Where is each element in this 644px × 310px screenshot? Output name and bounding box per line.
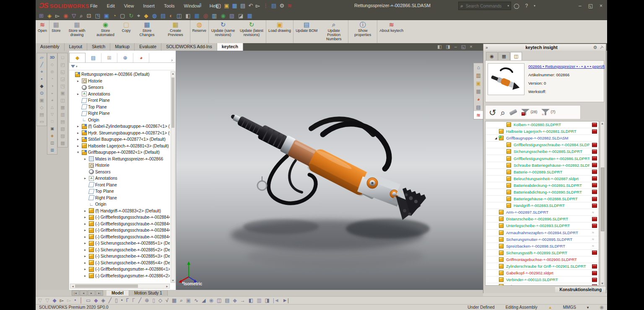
filter-parts-button[interactable]: (28) (521, 109, 537, 116)
toolbar-icon[interactable]: ▤ (39, 111, 44, 117)
toolbar-icon[interactable]: ◫ (60, 97, 65, 103)
toolbar-icon[interactable]: │ (79, 297, 83, 303)
toolbar-icon[interactable]: ◕ (51, 97, 53, 103)
expand-arrow-icon[interactable]: ▸ (84, 254, 89, 258)
toolbar-icon[interactable]: |◄ (273, 297, 279, 303)
filter-released-button[interactable]: ≈ (7) (541, 109, 555, 116)
tree-row[interactable]: ▸ (-) Griffbefestigungsmutter-+-002886<1… (69, 266, 170, 273)
toolbar-icon[interactable]: ▥ (60, 111, 65, 117)
toolbar-icon[interactable]: ◆ (233, 297, 237, 303)
tab-nav-icon[interactable]: |◄ (72, 290, 79, 296)
task-pane-tab[interactable]: ≋ (474, 111, 483, 119)
toolbar-icon[interactable]: ▤ (225, 297, 229, 303)
toolbar-icon[interactable]: ◍ (152, 13, 156, 18)
list-item[interactable]: Arm-+-002897.SLDPRT (486, 209, 599, 216)
list-item[interactable]: Gabelkopf-+-002902.sldprt (486, 270, 599, 276)
toolbar-icon[interactable]: ▣ (60, 90, 65, 96)
list-item[interactable]: Griffbefestigungsschraube-+-002884.SLDPR… (486, 142, 599, 148)
tree-row[interactable]: ▸ (-) Sicherungsscheibe-+-002885<2> (Def… (69, 247, 170, 253)
toolbar-icon[interactable]: ⌖ (137, 13, 140, 18)
menu-item[interactable]: View (120, 2, 138, 10)
toolbar-icon[interactable]: ▥ (257, 297, 261, 303)
tree-row[interactable]: ▸ Historie (69, 78, 170, 85)
toolbar-icon[interactable]: ▽ (51, 111, 54, 117)
restore-icon[interactable]: ◱ (588, 3, 593, 9)
refresh-icon[interactable]: ↺ (489, 108, 496, 117)
toolbar-icon[interactable]: ⋮ (263, 3, 268, 8)
tree-row[interactable]: ▸ Annotations (69, 91, 170, 98)
toolbar-icon[interactable]: ◢ (202, 297, 205, 303)
toolbar-icon[interactable]: ▦ (60, 104, 65, 110)
toolbar-icon[interactable]: ◉ (221, 13, 225, 18)
expand-arrow-icon[interactable]: ▸ (84, 235, 89, 239)
expand-arrow-icon[interactable]: ▸ (84, 157, 89, 161)
search-icon[interactable]: ⌕ (501, 108, 506, 117)
pane-right-icon[interactable]: ◨ (446, 44, 450, 49)
close-icon[interactable]: × (600, 3, 602, 9)
toolbar-icon[interactable]: ▣ (224, 3, 229, 8)
task-pane-tab[interactable]: ⌂ (474, 63, 483, 71)
dimxpert-tab[interactable]: ⊕ (117, 53, 133, 62)
list-item[interactable]: Halbseite Lagerjoch-+-002881.SLDPRT (486, 128, 599, 135)
list-item[interactable]: Beleuchtungseinheit-+-002887.sldprt (486, 176, 599, 182)
list-item[interactable]: Sicherungsscheibe-+-002885.SLDPRT (486, 148, 599, 155)
list-item[interactable]: Zylinderschraube für Griff-+-002901.SLDP… (486, 263, 599, 270)
toolbar-icon[interactable]: ◧ (185, 13, 190, 18)
expand-arrow-icon[interactable]: ▸ (84, 248, 89, 252)
scroll-up-icon[interactable]: ▲ (171, 72, 175, 75)
expand-arrow-icon[interactable]: ▸ (84, 228, 89, 232)
expand-arrow-icon[interactable]: ▸ (84, 274, 89, 278)
toolbar-icon[interactable]: ◇ (40, 104, 43, 110)
tree-row[interactable]: ▸ (-) Griffbefestigungsschraube-+-002884… (69, 234, 170, 240)
toolbar-icon[interactable]: Γ (126, 297, 129, 303)
toolbar-icon[interactable]: ▭ (86, 297, 91, 303)
tree-row[interactable]: Front Plane (69, 97, 170, 104)
toolbar-icon[interactable]: √ (166, 297, 169, 303)
tree-row[interactable]: ▸ Hydr. Steuerungsbaugruppe-+-002872<1> … (69, 130, 170, 137)
expand-arrow-icon[interactable]: ▸ (84, 209, 89, 213)
toolbar-icon[interactable]: ◫ (217, 297, 221, 303)
tree-row[interactable]: ▸ Annotations (69, 175, 170, 182)
tag-icon[interactable]: ◉ (600, 305, 604, 310)
ribbon-tab[interactable]: Sketch (87, 43, 110, 51)
toolbar-icon[interactable]: ⊞ (39, 13, 44, 18)
command-button[interactable]: ▦ Store with drawing (63, 20, 91, 43)
toolbar-icon[interactable]: ◆ (94, 297, 98, 303)
toolbar-icon[interactable]: □ (61, 54, 64, 60)
command-button[interactable]: ≋ About keytech (377, 20, 405, 43)
scrollbar-thumb[interactable] (601, 168, 605, 231)
list-item[interactable]: ◢ Griffbaugruppe-+-002882.SLDASM (486, 135, 599, 142)
toolbar-icon[interactable]: ⌕ (180, 297, 183, 303)
list-item[interactable]: Griffbefestigungsmutter-+-002886.SLDPRT (486, 155, 599, 162)
menu-item[interactable]: File (86, 2, 102, 10)
toolbar-icon[interactable]: ◲ (60, 76, 65, 82)
toolbar-icon[interactable]: ◑ (51, 83, 53, 89)
toolbar-icon[interactable]: ◫ (50, 140, 54, 146)
list-item[interactable]: Handgriff-+-002883.SLDPRT (486, 202, 599, 209)
scroll-right-icon[interactable]: ► (166, 285, 169, 288)
chevron-down-icon[interactable]: ▾ (507, 4, 509, 8)
command-button[interactable]: ▦ Store Changes (133, 20, 161, 43)
toolbar-icon[interactable]: ∿ (194, 297, 198, 303)
collapse-panel-icon[interactable]: » (483, 45, 490, 50)
restore-icon[interactable]: ◱ (461, 44, 465, 49)
toolbar-icon[interactable]: • (121, 297, 123, 303)
chevron-down-icon[interactable]: ▾ (587, 305, 589, 310)
expand-arrow-icon[interactable]: ▸ (84, 261, 89, 265)
tree-row[interactable]: ▸ (-) Sicherungsscheibe-+-002885<4> (Def… (69, 260, 170, 266)
toolbar-icon[interactable]: ◈ (51, 133, 54, 139)
toolbar-icon[interactable]: ╱ (109, 297, 112, 303)
configurationmanager-tab[interactable]: ⊞ (101, 53, 117, 62)
toolbar-icon[interactable]: ◆ (144, 13, 148, 18)
toolbar-icon[interactable]: ◱ (60, 69, 65, 75)
toolbar-icon[interactable]: ▢ (216, 3, 221, 8)
toolbar-icon[interactable]: ▽ (38, 297, 42, 303)
tree-row[interactable]: ▸ (-) Sicherungsscheibe-+-002885<3> (Def… (69, 253, 170, 260)
command-button[interactable]: ◉ Store automated (91, 20, 120, 43)
toolbar-icon[interactable]: ▻ (67, 297, 71, 303)
insight-tab[interactable]: ◉ (486, 52, 498, 61)
task-pane-tab[interactable]: ▥ (474, 71, 483, 79)
minimize-icon[interactable]: – (579, 3, 582, 9)
toolbar-icon[interactable]: ◆ (40, 83, 43, 89)
insight-tab[interactable]: ▦ (498, 52, 510, 61)
